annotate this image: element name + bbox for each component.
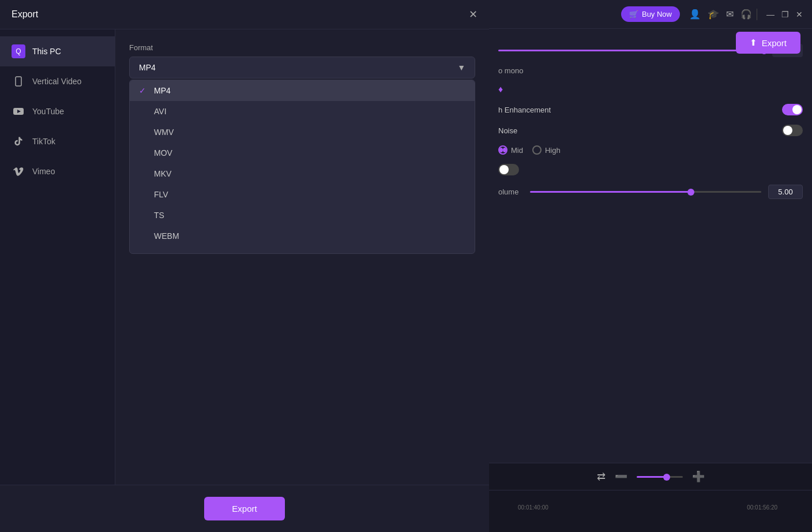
check-icon: ✓ <box>139 86 148 95</box>
graduation-icon[interactable]: 🎓 <box>708 9 719 20</box>
format-option-label-mp4: MP4 <box>154 86 171 95</box>
timeline-zoom-out-icon[interactable]: ➖ <box>615 470 627 483</box>
volume-input[interactable]: 5.00 <box>768 185 803 199</box>
format-option-label-mov: MOV <box>154 148 172 158</box>
buy-now-button[interactable]: 🛒 Buy Now <box>621 6 680 22</box>
format-dropdown: ✓ MP4 AVI WMV MOV <box>129 80 475 254</box>
volume-slider-track[interactable] <box>498 50 766 51</box>
top-bar-icons: 👤 🎓 ✉ 🎧 <box>689 9 752 20</box>
format-selected-value: MP4 <box>139 63 156 72</box>
format-label: Format <box>129 43 475 52</box>
export-button-bottom[interactable]: Export <box>204 497 284 520</box>
sidebar-item-vertical-video[interactable]: Vertical Video <box>0 66 115 96</box>
format-select[interactable]: MP4 ▼ <box>129 57 475 78</box>
sidebar-label-tiktok: TikTok <box>32 137 55 146</box>
timeline-time-2: 00:01:56:20 <box>747 504 777 511</box>
export-dialog: Export ✕ Q This PC Vertical Video <box>0 0 489 532</box>
format-select-container: MP4 ▼ ✓ MP4 AVI <box>129 57 475 78</box>
format-option-mkv[interactable]: MKV <box>130 163 475 184</box>
high-radio[interactable]: High <box>532 145 561 155</box>
volume-slider[interactable] <box>530 191 761 193</box>
format-option-label-flv: FLV <box>154 190 168 199</box>
chevron-down-icon: ▼ <box>457 63 465 72</box>
dialog-content: Format MP4 ▼ ✓ MP4 AV <box>115 29 489 485</box>
format-option-mp4[interactable]: ✓ MP4 <box>130 80 475 101</box>
dialog-sidebar: Q This PC Vertical Video YouT <box>0 29 115 485</box>
svg-rect-0 <box>16 77 21 86</box>
mid-label: Mid <box>511 146 523 155</box>
mid-radio[interactable]: Mid <box>498 145 523 155</box>
timeline-controls: ⇄ ➖ ➕ <box>489 463 812 490</box>
extra-toggle[interactable] <box>498 164 519 175</box>
tiktok-icon <box>12 134 25 148</box>
mono-label: o mono <box>498 66 803 75</box>
timeline-zoom-thumb <box>663 474 670 481</box>
noise-row: Noise <box>498 125 803 136</box>
format-option-ts[interactable]: TS <box>130 205 475 226</box>
timeline-zoom-in-icon[interactable]: ➕ <box>692 470 705 483</box>
timeline-ruler: 00:01:40:00 00:01:56:20 <box>489 490 812 513</box>
timeline-swap-icon[interactable]: ⇄ <box>597 470 606 483</box>
dialog-footer: Export <box>0 485 489 532</box>
volume-control-row: 5.00 <box>530 185 803 199</box>
timeline-time-1: 00:01:40:00 <box>518 504 548 511</box>
diamond-icon: ♦ <box>498 84 503 94</box>
dialog-body: Q This PC Vertical Video YouT <box>0 29 489 485</box>
format-option-label-webm: WEBM <box>154 231 179 241</box>
window-controls: — ❐ ✕ <box>766 10 803 19</box>
format-option-avi[interactable]: AVI <box>130 101 475 122</box>
format-option-mp3[interactable]: MP3 <box>130 246 475 253</box>
format-option-mov[interactable]: MOV <box>130 143 475 163</box>
sidebar-label-vertical-video: Vertical Video <box>32 77 81 86</box>
vertical-video-icon <box>12 74 25 88</box>
noise-label: Noise <box>498 126 517 135</box>
sidebar-item-this-pc[interactable]: Q This PC <box>0 36 115 66</box>
cart-icon: 🛒 <box>629 10 638 18</box>
format-option-flv[interactable]: FLV <box>130 184 475 205</box>
export-button-top[interactable]: ⬆ Export <box>736 32 800 54</box>
sidebar-item-youtube[interactable]: YouTube <box>0 96 115 126</box>
youtube-icon <box>12 104 25 118</box>
high-label: High <box>545 146 561 155</box>
divider <box>757 9 757 20</box>
high-radio-circle <box>532 145 542 155</box>
buy-now-label: Buy Now <box>642 10 672 18</box>
bottom-timeline: ⇄ ➖ ➕ 00:01:40:00 00:01:56:20 <box>489 463 812 532</box>
quality-radio-group: Mid High <box>498 145 803 155</box>
speech-enhancement-toggle[interactable] <box>782 104 803 115</box>
noise-toggle[interactable] <box>782 125 803 136</box>
headset-icon[interactable]: 🎧 <box>740 9 752 20</box>
account-icon[interactable]: 👤 <box>689 9 701 20</box>
dialog-close-button[interactable]: ✕ <box>469 8 478 21</box>
sidebar-label-youtube: YouTube <box>32 107 64 116</box>
format-option-label-mp3: MP3 <box>154 252 171 253</box>
sidebar-label-vimeo: Vimeo <box>32 167 55 176</box>
mail-icon[interactable]: ✉ <box>726 9 734 20</box>
format-option-label-wmv: WMV <box>154 128 174 137</box>
sidebar-item-tiktok[interactable]: TikTok <box>0 126 115 156</box>
maximize-button[interactable]: ❐ <box>781 10 789 19</box>
speech-enhancement-label: h Enhancement <box>498 106 551 114</box>
format-dropdown-scroll[interactable]: ✓ MP4 AVI WMV MOV <box>130 80 475 253</box>
mid-radio-circle <box>498 145 507 155</box>
volume-slider-handle <box>687 189 694 196</box>
format-option-label-mkv: MKV <box>154 169 171 178</box>
dialog-title: Export <box>12 9 38 20</box>
format-option-webm[interactable]: WEBM <box>130 226 475 246</box>
format-option-label-ts: TS <box>154 211 164 220</box>
sidebar-label-this-pc: This PC <box>32 47 61 56</box>
right-panel: 100% o mono ♦ h Enhancement Noise Mid Hi… <box>489 29 812 532</box>
sidebar-item-vimeo[interactable]: Vimeo <box>0 156 115 186</box>
format-option-wmv[interactable]: WMV <box>130 122 475 143</box>
volume-label-row: olume 5.00 <box>498 185 803 199</box>
volume-text-label: olume <box>498 188 518 196</box>
minimize-button[interactable]: — <box>766 10 775 19</box>
pc-icon: Q <box>12 44 25 58</box>
timeline-zoom-slider[interactable] <box>637 476 683 478</box>
upload-icon: ⬆ <box>750 38 757 48</box>
extra-toggle-row <box>498 164 803 175</box>
diamond-row: ♦ <box>498 84 803 95</box>
close-button[interactable]: ✕ <box>796 10 803 19</box>
format-option-label-avi: AVI <box>154 107 167 116</box>
vimeo-icon <box>12 164 25 178</box>
